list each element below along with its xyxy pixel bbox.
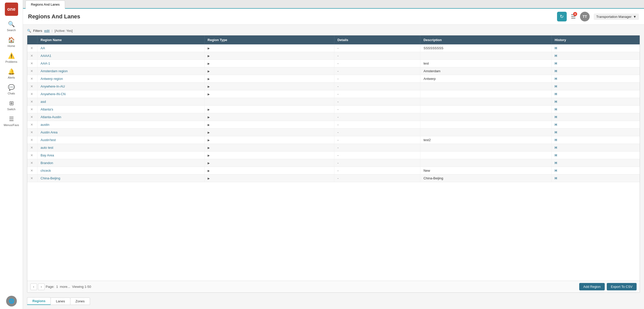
region-name-link[interactable]: Bay Area — [41, 153, 54, 157]
sidebar-item-home[interactable]: 🏠 Home — [1, 35, 22, 50]
delete-button[interactable]: ✕ — [30, 84, 33, 88]
delete-button[interactable]: ✕ — [30, 46, 33, 50]
sidebar-item-alerts[interactable]: 🔔 Alerts — [1, 66, 22, 81]
history-link[interactable]: H — [555, 169, 557, 172]
region-type-cell: ▶ — [204, 152, 334, 159]
history-link[interactable]: H — [555, 115, 557, 119]
region-name-link[interactable]: Anywhere-In-AU — [41, 84, 65, 88]
history-link[interactable]: H — [555, 146, 557, 150]
delete-button[interactable]: ✕ — [30, 107, 33, 111]
delete-cell: ✕ — [27, 175, 37, 182]
add-region-button[interactable]: Add Region — [579, 283, 605, 290]
prev-page-button[interactable]: ‹ — [30, 283, 37, 290]
table-wrapper[interactable]: Region Name Region Type Details Descript… — [27, 35, 640, 281]
region-type-arrow: ▶ — [208, 62, 210, 65]
history-cell: H — [551, 152, 640, 159]
delete-button[interactable]: ✕ — [30, 61, 33, 65]
details-cell: - — [334, 144, 420, 152]
history-cell: H — [551, 159, 640, 167]
user-role-dropdown[interactable]: Transportation Manager ▼ — [594, 14, 639, 20]
sidebar-item-chats[interactable]: 💬 Chats — [1, 82, 22, 97]
region-name-link[interactable]: China-Beijing — [41, 176, 60, 180]
sidebar-item-label: Menus/Favs — [4, 123, 19, 127]
export-csv-button[interactable]: Export To CSV — [607, 283, 637, 290]
history-link[interactable]: H — [555, 107, 557, 111]
region-name-link[interactable]: austin — [41, 123, 49, 127]
details-cell: - — [334, 136, 420, 144]
filter-edit-link[interactable]: edit — [44, 29, 49, 33]
region-name-link[interactable]: Austin Area — [41, 130, 58, 134]
region-name-cell: Austin'test — [37, 136, 205, 144]
region-name-link[interactable]: Austin'test — [41, 138, 56, 142]
region-name-link[interactable]: Atlanta's — [41, 107, 53, 111]
history-link[interactable]: H — [555, 130, 557, 134]
history-link[interactable]: H — [555, 92, 557, 96]
sidebar-item-menus[interactable]: ☰ Menus/Favs — [1, 114, 22, 129]
user-avatar-button[interactable]: TT — [580, 12, 590, 21]
table-row: ✕China-Beijing▶-China-BeijingH — [27, 175, 640, 182]
tab-regions-and-lanes[interactable]: Regions And Lanes — [26, 1, 65, 9]
filter-active-text: [Active: Yes] — [55, 29, 73, 33]
delete-button[interactable]: ✕ — [30, 153, 33, 157]
region-name-link[interactable]: AA — [41, 46, 45, 50]
table-row: ✕AA▶-SSSSSSSSSH — [27, 44, 640, 52]
history-link[interactable]: H — [555, 69, 557, 73]
delete-button[interactable]: ✕ — [30, 54, 33, 58]
history-link[interactable]: H — [555, 84, 557, 88]
region-name-link[interactable]: AAAA1 — [41, 54, 51, 58]
region-name-link[interactable]: Anywhere-IN-CN — [41, 92, 66, 96]
app-logo[interactable]: one — [5, 3, 18, 16]
delete-button[interactable]: ✕ — [30, 92, 33, 96]
delete-button[interactable]: ✕ — [30, 176, 33, 180]
region-type-cell: ▶ — [204, 113, 334, 121]
history-link[interactable]: H — [555, 123, 557, 127]
page-label: Page: — [46, 285, 55, 289]
history-link[interactable]: H — [555, 46, 557, 50]
history-link[interactable]: H — [555, 138, 557, 142]
refresh-button[interactable]: ↻ — [557, 12, 567, 21]
history-link[interactable]: H — [555, 100, 557, 104]
region-type-arrow: ▶ — [208, 139, 210, 142]
region-name-link[interactable]: AAA-1 — [41, 61, 50, 65]
history-link[interactable]: H — [555, 77, 557, 81]
delete-button[interactable]: ✕ — [30, 100, 33, 104]
history-link[interactable]: H — [555, 161, 557, 165]
history-link[interactable]: H — [555, 153, 557, 157]
menu-icon: ☰ — [9, 116, 14, 122]
region-type-arrow: ▶ — [208, 108, 210, 111]
region-name-link[interactable]: Amsterdam region — [41, 69, 68, 73]
delete-button[interactable]: ✕ — [30, 146, 33, 150]
notification-button[interactable]: ☰ ★ — [571, 13, 576, 20]
region-name-link[interactable]: auto test — [41, 146, 53, 150]
refresh-icon: ↻ — [560, 14, 564, 19]
history-link[interactable]: H — [555, 54, 557, 58]
tab-regions[interactable]: Regions — [27, 297, 51, 305]
region-name-link[interactable]: chceck — [41, 169, 51, 172]
delete-button[interactable]: ✕ — [30, 169, 33, 172]
region-name-link[interactable]: Antwerp region — [41, 77, 63, 81]
sidebar-item-problems[interactable]: ⚠️ Problems — [1, 51, 22, 65]
region-name-link[interactable]: Brandon — [41, 161, 53, 165]
tab-lanes[interactable]: Lanes — [50, 298, 70, 305]
delete-button[interactable]: ✕ — [30, 77, 33, 81]
sidebar-item-switch[interactable]: ⊞ Switch — [1, 98, 22, 113]
next-page-button[interactable]: › — [38, 283, 45, 290]
sidebar-item-label: Alerts — [8, 76, 15, 79]
region-type-arrow: ▶ — [208, 54, 210, 57]
delete-button[interactable]: ✕ — [30, 161, 33, 165]
sidebar-item-search[interactable]: 🔍 Search — [1, 19, 22, 34]
delete-button[interactable]: ✕ — [30, 123, 33, 127]
sidebar-user-avatar[interactable]: 🌐 — [6, 296, 17, 306]
tab-zones[interactable]: Zones — [70, 298, 90, 305]
delete-cell: ✕ — [27, 159, 37, 167]
delete-button[interactable]: ✕ — [30, 138, 33, 142]
region-name-link[interactable]: asd — [41, 100, 46, 104]
region-type-arrow: ▶ — [208, 70, 210, 73]
region-name-link[interactable]: Atlanta-Austin — [41, 115, 61, 119]
delete-button[interactable]: ✕ — [30, 130, 33, 134]
delete-cell: ✕ — [27, 136, 37, 144]
history-link[interactable]: H — [555, 61, 557, 65]
delete-button[interactable]: ✕ — [30, 115, 33, 119]
history-link[interactable]: H — [555, 176, 557, 180]
delete-button[interactable]: ✕ — [30, 69, 33, 73]
